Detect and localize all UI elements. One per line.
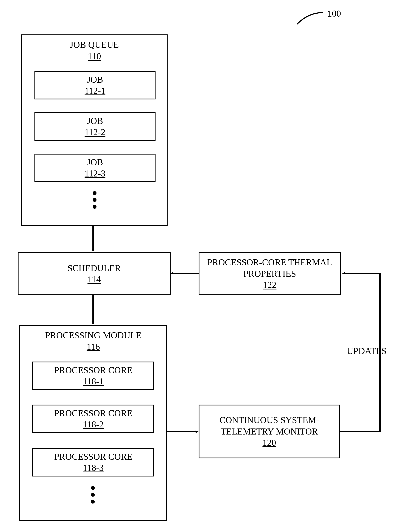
job-3-num: 112-3 bbox=[35, 168, 155, 179]
job-3-title: JOB bbox=[35, 157, 155, 168]
telemetry-monitor-box: CONTINUOUS SYSTEM-TELEMETRY MONITOR 120 bbox=[199, 405, 340, 458]
scheduler-box: SCHEDULER 114 bbox=[18, 252, 171, 295]
processor-core-1-num: 118-1 bbox=[33, 376, 153, 387]
processor-core-3-num: 118-3 bbox=[33, 462, 153, 474]
processor-core-2-num: 118-2 bbox=[33, 419, 153, 430]
thermal-properties-num: 122 bbox=[206, 279, 334, 291]
scheduler-num: 114 bbox=[19, 274, 170, 285]
job-queue-ellipsis-icon bbox=[93, 191, 96, 209]
job-1-box: JOB 112-1 bbox=[34, 71, 156, 99]
diagram-canvas: 100 JOB QUEUE 110 JOB 112-1 JOB 112-2 JO… bbox=[0, 0, 414, 532]
processing-module-ellipsis-icon bbox=[91, 486, 95, 504]
telemetry-monitor-num: 120 bbox=[206, 437, 333, 448]
job-2-title: JOB bbox=[35, 115, 155, 127]
job-2-box: JOB 112-2 bbox=[34, 112, 156, 141]
processor-core-2-title: PROCESSOR CORE bbox=[33, 408, 153, 419]
job-1-num: 112-1 bbox=[35, 85, 155, 97]
processor-core-1-box: PROCESSOR CORE 118-1 bbox=[32, 361, 154, 390]
thermal-properties-title: PROCESSOR-CORE THERMAL PROPERTIES bbox=[206, 257, 334, 279]
processing-module-title: PROCESSING MODULE bbox=[20, 330, 166, 341]
job-3-box: JOB 112-3 bbox=[34, 154, 156, 182]
job-2-num: 112-2 bbox=[35, 126, 155, 138]
processor-core-3-title: PROCESSOR CORE bbox=[33, 451, 153, 463]
scheduler-title: SCHEDULER bbox=[19, 263, 170, 274]
thermal-properties-box: PROCESSOR-CORE THERMAL PROPERTIES 122 bbox=[199, 252, 341, 295]
processor-core-2-box: PROCESSOR CORE 118-2 bbox=[32, 405, 154, 433]
figure-ref-label: 100 bbox=[327, 8, 341, 19]
job-1-title: JOB bbox=[35, 74, 155, 86]
job-queue-title: JOB QUEUE bbox=[22, 39, 167, 51]
job-queue-num: 110 bbox=[22, 51, 167, 62]
updates-label: UPDATES bbox=[347, 346, 386, 356]
processor-core-1-title: PROCESSOR CORE bbox=[33, 365, 153, 376]
processing-module-num: 116 bbox=[20, 341, 166, 352]
telemetry-monitor-title: CONTINUOUS SYSTEM-TELEMETRY MONITOR bbox=[206, 415, 333, 437]
processor-core-3-box: PROCESSOR CORE 118-3 bbox=[32, 448, 154, 476]
